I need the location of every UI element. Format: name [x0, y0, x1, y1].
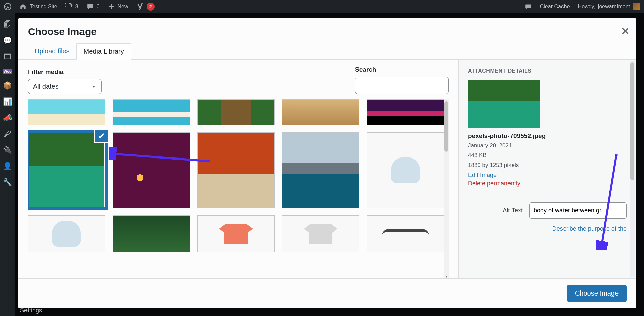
scroll-down-icon[interactable]: ▼	[444, 275, 449, 278]
updates-count: 8	[75, 4, 78, 10]
media-thumb[interactable]	[28, 215, 105, 252]
wp-logo[interactable]	[0, 0, 15, 13]
media-thumb-selected[interactable]: ✔	[28, 132, 105, 208]
plus-icon	[108, 3, 115, 10]
avatar	[633, 3, 640, 10]
choose-image-button[interactable]: Choose Image	[567, 285, 627, 302]
comments-count: 0	[97, 4, 100, 10]
date-filter-value: All dates	[33, 83, 59, 90]
media-thumb[interactable]	[282, 132, 360, 208]
settings-menu-label[interactable]: Settings	[20, 307, 42, 314]
media-thumb[interactable]	[367, 132, 444, 208]
yoast-icon	[137, 3, 144, 10]
tshirt-illustration	[304, 224, 337, 244]
comments-menu-icon[interactable]: 💬	[3, 36, 12, 45]
attachment-date: January 20, 2021	[468, 141, 627, 151]
media-thumb[interactable]	[367, 99, 444, 125]
check-icon[interactable]: ✔	[94, 129, 109, 143]
scroll-handle[interactable]	[630, 62, 634, 180]
describe-purpose-link[interactable]: Describe the purpose of the	[552, 225, 627, 232]
search-input[interactable]	[355, 77, 449, 94]
forms-icon[interactable]: 🗔	[4, 52, 11, 61]
close-button[interactable]: ✕	[621, 25, 629, 37]
attachment-details: ATTACHMENT DETAILS pexels-photo-709552.j…	[458, 60, 636, 278]
tab-media-library[interactable]: Media Library	[76, 43, 131, 60]
site-title: Testing Site	[30, 4, 57, 10]
svg-rect-1	[525, 4, 531, 8]
howdy-prefix: Howdy,	[578, 4, 595, 10]
delete-permanently-link[interactable]: Delete permanently	[468, 180, 520, 187]
media-thumb[interactable]	[28, 99, 105, 125]
chevron-down-icon	[91, 84, 97, 90]
attachment-preview	[468, 80, 540, 128]
new-label: New	[118, 4, 128, 10]
media-thumb[interactable]	[113, 215, 190, 252]
notifications-link[interactable]	[521, 0, 536, 13]
marketing-icon[interactable]: 📣	[3, 114, 12, 122]
attachment-dimensions: 1880 by 1253 pixels	[468, 161, 627, 170]
media-thumb[interactable]	[197, 99, 275, 125]
media-thumb[interactable]	[197, 215, 275, 252]
comments-link[interactable]: 0	[83, 0, 104, 13]
comment-icon	[87, 3, 94, 10]
alt-text-input[interactable]	[529, 202, 627, 219]
tab-upload-files[interactable]: Upload files	[28, 43, 76, 59]
media-modal: ✕ Choose Image Upload files Media Librar…	[18, 18, 636, 308]
tools-icon[interactable]: 🔧	[3, 178, 12, 187]
media-browser: Filter media All dates Search	[18, 60, 458, 278]
woo-icon[interactable]: Woo	[3, 69, 12, 74]
sidebar-scrollbar[interactable]	[630, 61, 635, 277]
date-filter-select[interactable]: All dates	[28, 79, 102, 94]
pages-icon[interactable]: 🗐	[4, 20, 11, 29]
scroll-handle[interactable]	[444, 101, 448, 152]
edit-image-link[interactable]: Edit Image	[468, 172, 497, 179]
wordpress-icon	[4, 3, 11, 10]
site-link[interactable]: Testing Site	[15, 0, 61, 13]
admin-menu: 🗐 💬 🗔 Woo 📦 📊 📣 🖌 🔌 👤 🔧	[0, 13, 15, 316]
plugins-icon[interactable]: 🔌	[3, 146, 12, 154]
attachment-filename: pexels-photo-709552.jpeg	[468, 132, 627, 140]
hoodie-illustration	[52, 221, 81, 247]
svg-point-0	[4, 3, 11, 10]
media-thumb[interactable]	[282, 99, 360, 125]
username: joewarnimont	[598, 4, 630, 10]
wp-admin-bar: Testing Site 8 0 New 2 Clear Cache Howdy…	[0, 0, 644, 13]
products-icon[interactable]: 📦	[3, 81, 12, 90]
filter-media-label: Filter media	[28, 68, 102, 76]
new-link[interactable]: New	[104, 0, 132, 13]
home-icon	[19, 3, 27, 10]
users-icon[interactable]: 👤	[3, 162, 12, 171]
media-thumb[interactable]	[367, 215, 444, 252]
search-label: Search	[355, 66, 449, 73]
media-tabs: Upload files Media Library	[18, 43, 636, 60]
clear-cache-label: Clear Cache	[540, 4, 570, 10]
glasses-illustration	[382, 229, 429, 238]
filter-media-group: Filter media All dates	[28, 68, 102, 94]
yoast-link[interactable]: 2	[132, 0, 159, 13]
tshirt-illustration	[219, 224, 253, 244]
refresh-icon	[65, 3, 73, 10]
media-thumb[interactable]	[197, 132, 275, 208]
media-footer: Choose Image	[18, 278, 636, 308]
updates-link[interactable]: 8	[61, 0, 83, 13]
attachment-filesize: 448 KB	[468, 151, 627, 161]
attachment-details-heading: ATTACHMENT DETAILS	[468, 68, 627, 74]
media-grid: ✔	[28, 99, 444, 252]
grid-scrollbar[interactable]: ▲ ▼	[444, 99, 449, 278]
analytics-icon[interactable]: 📊	[3, 97, 12, 106]
account-link[interactable]: Howdy, joewarnimont	[574, 0, 644, 13]
modal-title: Choose Image	[18, 18, 636, 43]
hoodie-illustration	[391, 157, 420, 183]
alt-text-label: Alt Text	[503, 207, 523, 214]
media-thumb[interactable]	[113, 99, 190, 125]
clear-cache-link[interactable]: Clear Cache	[536, 0, 574, 13]
media-thumb[interactable]	[282, 215, 360, 252]
media-thumb[interactable]	[113, 132, 190, 208]
yoast-count: 2	[147, 3, 155, 11]
chat-icon	[525, 3, 532, 10]
search-group: Search	[355, 66, 449, 94]
appearance-icon[interactable]: 🖌	[4, 130, 11, 138]
